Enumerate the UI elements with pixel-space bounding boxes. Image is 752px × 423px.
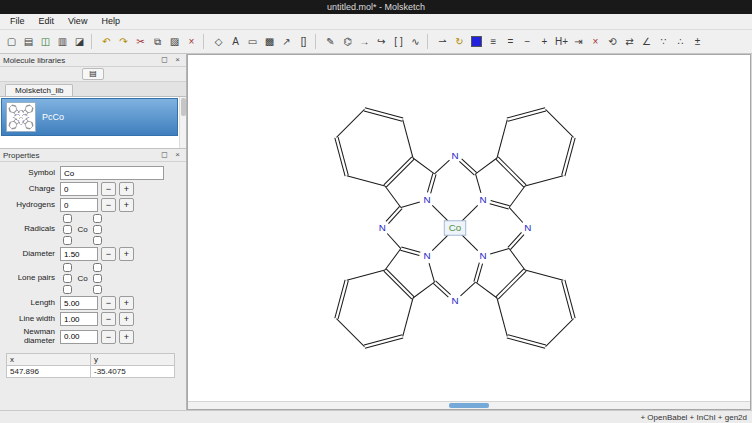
- library-folder-button[interactable]: ▤: [82, 68, 104, 80]
- radical-checkbox[interactable]: [93, 214, 102, 223]
- ring-tool-icon[interactable]: ⌬: [339, 32, 356, 51]
- atom-label[interactable]: N: [20, 123, 22, 126]
- line-width-decrement-button[interactable]: −: [101, 312, 116, 326]
- delete-icon[interactable]: ×: [183, 32, 200, 51]
- close-panel-icon[interactable]: ×: [172, 150, 183, 160]
- atom-label[interactable]: N: [13, 116, 15, 119]
- symbol-input[interactable]: [60, 166, 164, 180]
- angle-tool-icon[interactable]: ∠: [638, 32, 655, 51]
- atom-label[interactable]: N: [451, 296, 458, 307]
- rotate-tool-icon[interactable]: ⟲: [604, 32, 621, 51]
- charge-tool-icon[interactable]: ±: [689, 32, 706, 51]
- close-panel-icon[interactable]: ×: [172, 55, 183, 65]
- atom-label[interactable]: N: [23, 119, 25, 122]
- library-scrollbar[interactable]: [179, 97, 186, 148]
- menu-help[interactable]: Help: [94, 14, 127, 29]
- lone-pair-checkbox[interactable]: [93, 274, 102, 283]
- atom-label[interactable]: N: [379, 223, 386, 234]
- atom-label[interactable]: N: [17, 113, 19, 116]
- line-width-input[interactable]: [60, 312, 98, 326]
- hydrogens-increment-button[interactable]: +: [119, 198, 134, 212]
- lone-pair-checkbox[interactable]: [63, 285, 72, 294]
- bracket-tool-icon[interactable]: [ ]: [390, 32, 407, 51]
- export-image-icon[interactable]: ◪: [71, 32, 88, 51]
- newman-decrement-button[interactable]: −: [101, 330, 116, 344]
- add-hydrogen-tool-icon[interactable]: H+: [553, 32, 570, 51]
- hydrogens-decrement-button[interactable]: −: [101, 198, 116, 212]
- library-scrollbar-thumb[interactable]: [181, 98, 186, 116]
- diameter-input[interactable]: [60, 247, 98, 261]
- open-file-icon[interactable]: ▤: [20, 32, 37, 51]
- radical-checkbox[interactable]: [93, 236, 102, 245]
- radical-checkbox[interactable]: [63, 236, 72, 245]
- transfer-hydrogen-tool-icon[interactable]: ⇥: [570, 32, 587, 51]
- undo-icon[interactable]: ↶: [98, 32, 115, 51]
- atom-label[interactable]: N: [451, 150, 458, 161]
- diameter-decrement-button[interactable]: −: [101, 247, 116, 261]
- insert-brackets-icon[interactable]: []: [295, 32, 312, 51]
- drawing-canvas[interactable]: CoNNNNNNNN: [187, 54, 751, 410]
- arrow-tool-icon[interactable]: →: [356, 32, 373, 51]
- library-item-pcco[interactable]: CoNNNNNNNN PcCo: [1, 98, 178, 136]
- atom-label[interactable]: N: [23, 113, 25, 116]
- line-width-increment-button[interactable]: +: [119, 312, 134, 326]
- atom-label[interactable]: N: [17, 119, 19, 122]
- float-panel-icon[interactable]: ◻: [159, 150, 170, 160]
- radical-tool-icon[interactable]: ∴: [672, 32, 689, 51]
- float-panel-icon[interactable]: ◻: [159, 55, 170, 65]
- chain-tool-icon[interactable]: ∿: [407, 32, 424, 51]
- atom-label[interactable]: N: [423, 251, 430, 262]
- draw-tool-icon[interactable]: ✎: [322, 32, 339, 51]
- insert-text-icon[interactable]: A: [227, 32, 244, 51]
- length-decrement-button[interactable]: −: [101, 296, 116, 310]
- menu-file[interactable]: File: [3, 14, 32, 29]
- lone-pair-checkbox[interactable]: [93, 285, 102, 294]
- menu-edit[interactable]: Edit: [32, 14, 62, 29]
- insert-arrow-icon[interactable]: ↗: [278, 32, 295, 51]
- optimize-geometry-tool-icon[interactable]: ↻: [451, 32, 468, 51]
- atom-label[interactable]: N: [479, 251, 486, 262]
- reaction-arrow-tool-icon[interactable]: ⇀: [434, 32, 451, 51]
- reflect-tool-icon[interactable]: ⇄: [621, 32, 638, 51]
- save-icon[interactable]: ◫: [37, 32, 54, 51]
- atom-label[interactable]: N: [423, 195, 430, 206]
- diameter-increment-button[interactable]: +: [119, 247, 134, 261]
- lone-pair-checkbox[interactable]: [63, 263, 72, 272]
- atom-label[interactable]: Co: [449, 223, 462, 234]
- atom-label[interactable]: N: [479, 195, 486, 206]
- color-swatch-icon[interactable]: [468, 32, 485, 51]
- window-titlebar[interactable]: untitled.mol* - Molsketch: [0, 0, 752, 14]
- triple-bond-tool-icon[interactable]: ≡: [485, 32, 502, 51]
- lone-pair-tool-icon[interactable]: ∵: [655, 32, 672, 51]
- insert-molecule-icon[interactable]: ◇: [210, 32, 227, 51]
- delete-tool-icon[interactable]: ×: [587, 32, 604, 51]
- hydrogens-input[interactable]: [60, 198, 98, 212]
- charge-input[interactable]: [60, 182, 98, 196]
- atom-label[interactable]: N: [27, 116, 29, 119]
- charge-decrement-button[interactable]: −: [101, 182, 116, 196]
- atom-label[interactable]: N: [20, 109, 22, 112]
- atom-label[interactable]: N: [524, 223, 531, 234]
- redo-icon[interactable]: ↷: [115, 32, 132, 51]
- curved-arrow-tool-icon[interactable]: ↪: [373, 32, 390, 51]
- new-document-icon[interactable]: ▢: [3, 32, 20, 51]
- paste-icon[interactable]: ▨: [166, 32, 183, 51]
- radical-checkbox[interactable]: [63, 214, 72, 223]
- charge-increment-button[interactable]: +: [119, 182, 134, 196]
- tab-molsketch-lib[interactable]: Molsketch_lib: [5, 84, 73, 96]
- insert-image-icon[interactable]: ▩: [261, 32, 278, 51]
- coordinate-y-cell[interactable]: -35.4075: [91, 365, 175, 377]
- length-increment-button[interactable]: +: [119, 296, 134, 310]
- cut-icon[interactable]: ✂: [132, 32, 149, 51]
- length-input[interactable]: [60, 296, 98, 310]
- canvas-horizontal-scrollbar[interactable]: [188, 401, 750, 409]
- lone-pair-checkbox[interactable]: [63, 274, 72, 283]
- print-icon[interactable]: ▥: [54, 32, 71, 51]
- double-bond-tool-icon[interactable]: =: [502, 32, 519, 51]
- radical-checkbox[interactable]: [93, 225, 102, 234]
- single-bond-tool-icon[interactable]: −: [519, 32, 536, 51]
- menu-view[interactable]: View: [61, 14, 94, 29]
- newman-diameter-input[interactable]: [60, 330, 98, 344]
- lone-pair-checkbox[interactable]: [93, 263, 102, 272]
- copy-icon[interactable]: ⧉: [149, 32, 166, 51]
